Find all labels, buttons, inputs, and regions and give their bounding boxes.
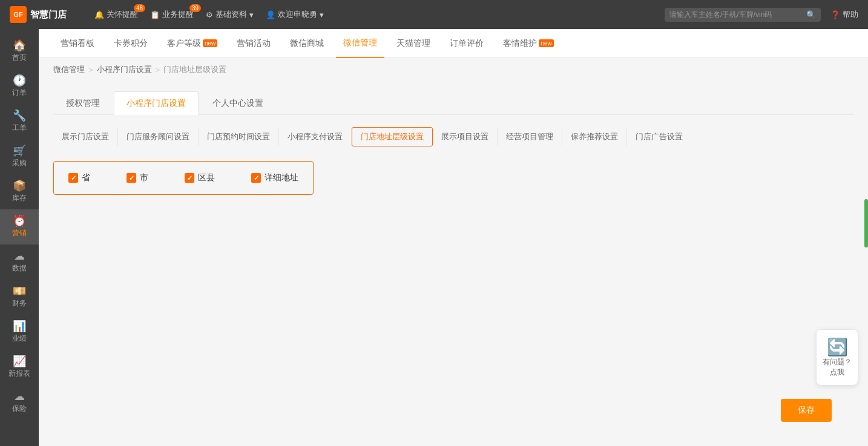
task-badge: 39 — [189, 4, 201, 12]
sub-nav-display[interactable]: 展示门店设置 — [53, 128, 118, 146]
checkbox-city-label: 市 — [140, 172, 148, 183]
help-button[interactable]: ❓ 帮助 — [830, 9, 858, 20]
help-circle-icon: 🔄 — [823, 337, 852, 357]
sidebar-label-work: 工单 — [12, 123, 27, 133]
page-content: 授权管理 小程序门店设置 个人中心设置 展示门店设置 门店服务顾问设置 门店 — [39, 81, 868, 446]
second-nav-customer-level[interactable]: 客户等级 new — [160, 29, 225, 58]
save-btn-area: 保存 — [781, 399, 832, 422]
breadcrumb-miniprogram-settings[interactable]: 小程序门店设置 — [97, 64, 152, 75]
sidebar-item-inventory[interactable]: 📦 库存 — [0, 174, 39, 209]
sidebar: 🏠 首页 🕐 订单 🔧 工单 🛒 采购 📦 库存 ⏰ 营销 ☁ 数据 💴 — [0, 29, 39, 446]
second-nav-card[interactable]: 卡券积分 — [107, 29, 155, 58]
new-badge-care: new — [539, 39, 553, 47]
second-nav-tmall[interactable]: 天猫管理 — [389, 29, 438, 58]
checkbox-city[interactable]: 市 — [127, 172, 148, 183]
order-icon: 🕐 — [13, 75, 26, 86]
sub-nav-show-items[interactable]: 展示项目设置 — [433, 128, 498, 146]
purchase-icon: 🛒 — [13, 145, 26, 156]
checkbox-province[interactable]: 省 — [68, 172, 90, 183]
logo-text: 智慧门店 — [30, 9, 67, 21]
header-nav: 🔔 关怀提醒 48 📋 业务提醒 39 ⚙ 基础资料 ▾ 👤 欢迎申晓勇 ▾ — [94, 9, 665, 20]
sidebar-label-home: 首页 — [12, 53, 27, 63]
sidebar-item-marketing[interactable]: ⏰ 营销 — [0, 209, 39, 244]
question-icon: ❓ — [830, 10, 840, 19]
sidebar-label-inventory: 库存 — [12, 193, 27, 203]
breadcrumb-current: 门店地址层级设置 — [163, 64, 226, 75]
sidebar-item-performance[interactable]: 📊 业绩 — [0, 315, 39, 350]
logo[interactable]: GF 智慧门店 — [10, 6, 82, 23]
header-nav-task-label: 业务提醒 — [162, 9, 194, 20]
help-widget[interactable]: 🔄 有问题？ 点我 — [816, 329, 858, 385]
sidebar-item-data[interactable]: ☁ 数据 — [0, 244, 39, 280]
header-nav-base[interactable]: ⚙ 基础资料 ▾ — [206, 9, 254, 20]
sidebar-item-order[interactable]: 🕐 订单 — [0, 69, 39, 104]
checkbox-district[interactable]: 区县 — [185, 172, 215, 183]
help-label: 帮助 — [843, 9, 858, 20]
checkbox-district-icon — [185, 173, 194, 183]
tab-personal[interactable]: 个人中心设置 — [200, 91, 276, 115]
help-line1: 有问题？ — [823, 357, 852, 367]
sidebar-item-purchase[interactable]: 🛒 采购 — [0, 139, 39, 174]
save-button[interactable]: 保存 — [781, 399, 832, 422]
tab-auth[interactable]: 授权管理 — [53, 91, 113, 115]
header-nav-alert-label: 关怀提醒 — [107, 9, 138, 20]
sub-nav-address[interactable]: 门店地址层级设置 — [352, 127, 433, 146]
user-chevron-icon: ▾ — [320, 10, 324, 19]
tab-miniprogram[interactable]: 小程序门店设置 — [114, 91, 199, 115]
second-nav-activity[interactable]: 营销活动 — [229, 29, 278, 58]
sub-nav-ads[interactable]: 门店广告设置 — [627, 128, 691, 146]
bell-icon: 🔔 — [94, 10, 104, 19]
checkbox-district-label: 区县 — [198, 172, 215, 183]
logo-icon: GF — [10, 6, 27, 23]
search-box[interactable]: 🔍 — [665, 8, 821, 22]
finance-icon: 💴 — [13, 286, 26, 297]
checkbox-area: 省 市 区县 详细地址 — [53, 161, 314, 195]
sidebar-label-marketing: 营销 — [12, 228, 27, 238]
header-nav-alert[interactable]: 🔔 关怀提醒 48 — [94, 9, 138, 20]
inventory-icon: 📦 — [13, 180, 26, 191]
sub-nav-business[interactable]: 经营项目管理 — [498, 128, 562, 146]
sidebar-item-work[interactable]: 🔧 工单 — [0, 104, 39, 139]
chevron-down-icon: ▾ — [249, 10, 254, 19]
header-nav-task[interactable]: 📋 业务提醒 39 — [150, 9, 194, 20]
second-nav-wechat-shop[interactable]: 微信商城 — [283, 29, 331, 58]
second-nav-marketing-board[interactable]: 营销看板 — [53, 29, 102, 58]
sub-nav-payment[interactable]: 小程序支付设置 — [279, 128, 352, 146]
checkbox-address-detail[interactable]: 详细地址 — [251, 172, 298, 183]
sidebar-item-insurance[interactable]: ☁ 保险 — [0, 385, 39, 420]
search-icon[interactable]: 🔍 — [806, 10, 816, 19]
sidebar-label-order: 订单 — [12, 88, 27, 98]
sidebar-label-finance: 财务 — [12, 298, 27, 309]
checkbox-address-detail-label: 详细地址 — [265, 172, 298, 183]
sidebar-item-finance[interactable]: 💴 财务 — [0, 280, 39, 315]
second-nav-order-review[interactable]: 订单评价 — [442, 29, 491, 58]
task-icon: 📋 — [150, 10, 160, 19]
search-input[interactable] — [669, 10, 803, 19]
second-nav-wechat-mgmt[interactable]: 微信管理 — [336, 29, 384, 58]
sub-nav-appointment[interactable]: 门店预约时间设置 — [199, 128, 279, 146]
sidebar-label-data: 数据 — [12, 263, 27, 274]
gear-icon: ⚙ — [206, 10, 213, 19]
sub-nav-maintenance[interactable]: 保养推荐设置 — [562, 128, 627, 146]
help-line2: 点我 — [823, 367, 852, 378]
tabs: 授权管理 小程序门店设置 个人中心设置 — [53, 91, 853, 115]
sidebar-item-report[interactable]: 📈 新报表 — [0, 350, 39, 385]
scroll-indicator — [864, 199, 868, 248]
new-badge-customer: new — [203, 39, 217, 47]
sub-nav-advisor[interactable]: 门店服务顾问设置 — [118, 128, 199, 146]
checkbox-province-label: 省 — [82, 172, 90, 183]
breadcrumb-sep-2: > — [156, 65, 160, 74]
header-nav-user-label: 欢迎申晓勇 — [278, 9, 317, 20]
content-area: 营销看板 卡券积分 客户等级 new 营销活动 微信商城 微信管理 天猫管理 — [39, 29, 868, 446]
home-icon: 🏠 — [13, 40, 26, 51]
main-layout: 🏠 首页 🕐 订单 🔧 工单 🛒 采购 📦 库存 ⏰ 营销 ☁ 数据 💴 — [0, 29, 868, 446]
header-nav-base-label: 基础资料 — [215, 9, 247, 20]
breadcrumb-wechat-mgmt[interactable]: 微信管理 — [53, 64, 85, 75]
sidebar-label-performance: 业绩 — [12, 333, 27, 344]
sidebar-item-home[interactable]: 🏠 首页 — [0, 34, 39, 69]
header-nav-user[interactable]: 👤 欢迎申晓勇 ▾ — [266, 9, 324, 20]
second-nav-customer-care[interactable]: 客情维护 new — [496, 29, 561, 58]
marketing-icon: ⏰ — [13, 215, 26, 226]
sub-nav: 展示门店设置 门店服务顾问设置 门店预约时间设置 小程序支付设置 门店地址层级设… — [53, 127, 853, 146]
checkbox-city-icon — [127, 173, 136, 183]
